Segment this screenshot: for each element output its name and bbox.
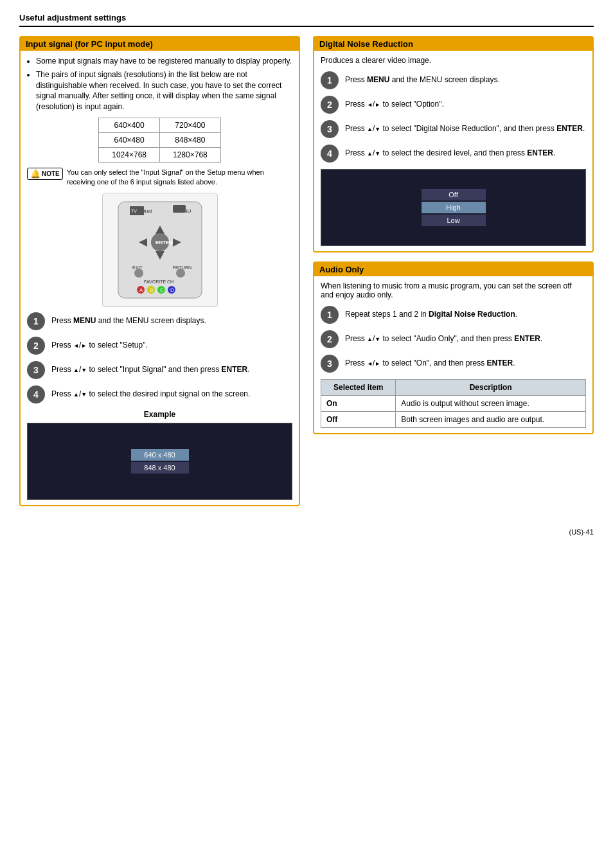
step-row: 2 Press / to select "Setup". (27, 337, 292, 355)
step-text: Press / to select "Audio Only", and then… (345, 330, 542, 344)
svg-text:D: D (170, 287, 174, 293)
dnr-section: Digital Noise Reduction Produces a clear… (313, 36, 594, 252)
svg-text:A: A (139, 287, 143, 293)
step-row: 3 Press / to select "Input Signal" and t… (27, 361, 292, 379)
resolution-row: 1024×7681280×768 (99, 147, 220, 162)
step-row: 1 Repeat steps 1 and 2 in Digital Noise … (321, 306, 586, 324)
svg-text:TV: TV (131, 209, 137, 213)
dnr-title: Digital Noise Reduction (314, 37, 592, 51)
svg-text:B: B (150, 287, 153, 293)
res-left: 640×400 (99, 118, 160, 132)
step-text: Press / to select the desired input sign… (51, 385, 250, 400)
step-row: 3 Press / to select "On", and then press… (321, 355, 586, 373)
note-label: 🔔 NOTE (27, 168, 63, 180)
remote-control-image: Virtual MENU TV (102, 193, 218, 307)
step-row: 1 Press MENU and the MENU screen display… (321, 71, 586, 89)
step-text: Press / to select "On", and then press E… (345, 355, 515, 369)
step-number: 1 (27, 312, 45, 330)
res-right: 720×400 (160, 118, 221, 132)
audio-section: Audio Only When listening to music from … (313, 261, 594, 434)
svg-text:C: C (160, 287, 164, 293)
right-column: Digital Noise Reduction Produces a clear… (313, 36, 594, 515)
page-number: (US)-41 (19, 528, 594, 536)
svg-point-13 (134, 269, 143, 278)
dnr-screen-item: Off (422, 189, 486, 200)
input-screen-preview: 640 x 480848 x 480 (27, 423, 292, 500)
remote-svg: Virtual MENU TV (112, 199, 208, 301)
resolution-row: 640×400720×400 (99, 118, 220, 132)
audio-desc: Audio is output without screen image. (396, 396, 586, 412)
audio-item: Off (321, 412, 396, 428)
dnr-intro: Produces a clearer video image. (321, 56, 586, 65)
res-left: 1024×768 (99, 147, 160, 162)
input-screen-item: 640 x 480 (131, 449, 189, 461)
audio-table-row: OnAudio is output without screen image. (321, 396, 586, 412)
input-signal-title: Input signal (for PC input mode) (21, 37, 299, 51)
res-right: 1280×768 (160, 147, 221, 162)
step-text: Press MENU and the MENU screen displays. (51, 312, 206, 326)
resolution-row: 640×480848×480 (99, 132, 220, 147)
audio-steps: 1 Repeat steps 1 and 2 in Digital Noise … (321, 306, 586, 373)
step-row: 4 Press / to select the desired level, a… (321, 145, 586, 163)
input-signal-bullets: Some input signals may have to be regist… (27, 56, 292, 112)
bullet-2: The pairs of input signals (resolutions)… (36, 69, 292, 112)
left-steps: 1 Press MENU and the MENU screen display… (27, 312, 292, 403)
step-number: 4 (321, 145, 339, 163)
step-text: Repeat steps 1 and 2 in Digital Noise Re… (345, 306, 517, 320)
step-number: 3 (321, 120, 339, 138)
input-signal-section: Input signal (for PC input mode) Some in… (19, 36, 300, 506)
step-number: 3 (27, 361, 45, 379)
step-text: Press / to select the desired level, and… (345, 145, 555, 159)
note-text: You can only select the "Input Signal" o… (67, 168, 292, 188)
audio-table-col2: Description (396, 380, 586, 396)
audio-title: Audio Only (314, 263, 592, 276)
step-number: 4 (27, 385, 45, 403)
audio-table-row: OffBoth screen images and audio are outp… (321, 412, 586, 428)
step-number: 2 (321, 96, 339, 114)
bullet-1: Some input signals may have to be regist… (36, 56, 292, 67)
step-number: 2 (27, 337, 45, 355)
step-text: Press / to select "Digital Noise Reducti… (345, 120, 585, 134)
audio-desc: Both screen images and audio are output. (396, 412, 586, 428)
note-icon: 🔔 (30, 169, 40, 179)
step-row: 1 Press MENU and the MENU screen display… (27, 312, 292, 330)
note-box: 🔔 NOTE You can only select the "Input Si… (27, 168, 292, 188)
step-number: 1 (321, 306, 339, 324)
step-number: 2 (321, 330, 339, 348)
dnr-screen-preview: OffHighLow (321, 169, 586, 246)
page-header-title: Useful adjustment settings (19, 13, 126, 22)
dnr-steps: 1 Press MENU and the MENU screen display… (321, 71, 586, 163)
page-header: Useful adjustment settings (19, 13, 594, 27)
audio-table: Selected item Description OnAudio is out… (321, 379, 586, 428)
audio-table-col1: Selected item (321, 380, 396, 396)
audio-intro: When listening to music from a music pro… (321, 281, 586, 299)
svg-rect-3 (173, 205, 186, 213)
step-text: Press / to select "Setup". (51, 337, 148, 351)
dnr-screen-item: Low (422, 215, 486, 226)
left-column: Input signal (for PC input mode) Some in… (19, 36, 300, 515)
res-left: 640×480 (99, 132, 160, 147)
step-row: 2 Press / to select "Audio Only", and th… (321, 330, 586, 348)
input-screen-item: 848 x 480 (131, 462, 189, 474)
step-row: 4 Press / to select the desired input si… (27, 385, 292, 403)
example-label: Example (27, 410, 292, 419)
audio-item: On (321, 396, 396, 412)
step-text: Press MENU and the MENU screen displays. (345, 71, 500, 85)
step-text: Press / to select "Option". (345, 96, 444, 110)
step-row: 3 Press / to select "Digital Noise Reduc… (321, 120, 586, 138)
res-right: 848×480 (160, 132, 221, 147)
svg-text:ENTER: ENTER (155, 240, 173, 245)
svg-text:FAVORITE CH: FAVORITE CH (144, 279, 173, 284)
step-text: Press / to select "Input Signal" and the… (51, 361, 250, 375)
svg-point-15 (176, 269, 185, 278)
step-number: 3 (321, 355, 339, 373)
resolution-table: 640×400720×400640×480848×4801024×7681280… (98, 118, 220, 163)
dnr-screen-item: High (422, 202, 486, 213)
step-row: 2 Press / to select "Option". (321, 96, 586, 114)
step-number: 1 (321, 71, 339, 89)
